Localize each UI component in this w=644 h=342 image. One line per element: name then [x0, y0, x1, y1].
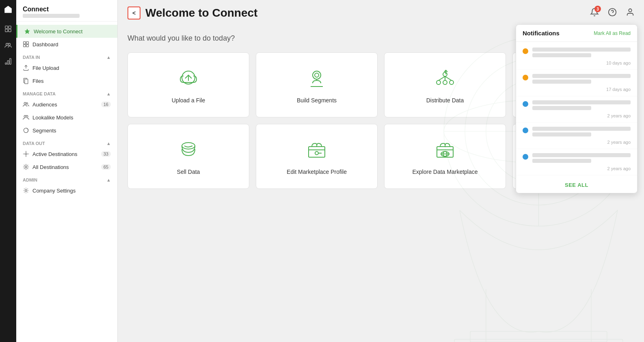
- icon-nav: [0, 0, 16, 342]
- distribute-icon: [433, 66, 457, 92]
- notification-item-5[interactable]: 2 years ago: [516, 149, 637, 175]
- sidebar-item-dashboard[interactable]: Dashboard: [16, 38, 117, 51]
- card-distribute-data[interactable]: Distribute Data: [384, 52, 506, 117]
- card-upload-file-label: Upload a File: [172, 97, 205, 104]
- notif-dot-blue-5: [523, 154, 528, 160]
- sidebar-item-welcome[interactable]: Welcome to Connect: [16, 25, 117, 38]
- notification-item-2[interactable]: 17 days ago: [516, 70, 637, 96]
- card-edit-marketplace[interactable]: Edit Marketplace Profile: [256, 124, 378, 189]
- sidebar-item-segments[interactable]: Segments: [16, 124, 117, 137]
- notif-text-line-5b: [532, 159, 591, 163]
- notif-text-line-3: [532, 100, 631, 104]
- svg-point-41: [443, 80, 447, 84]
- section-admin: Admin ▲: [16, 173, 117, 184]
- audiences-badge: 16: [101, 102, 111, 107]
- notification-item-4[interactable]: 2 years ago: [516, 123, 637, 149]
- notif-time-2: 17 days ago: [523, 87, 631, 92]
- card-sell-data[interactable]: Sell Data: [128, 124, 249, 189]
- svg-point-20: [26, 115, 28, 117]
- notif-content-1: [523, 48, 631, 59]
- sidebar-subtitle: [23, 14, 80, 18]
- section-manage-arrow-icon: ▲: [106, 91, 111, 96]
- nav-audiences-icon[interactable]: [2, 39, 15, 52]
- sidebar-item-files[interactable]: Files: [16, 74, 117, 87]
- sidebar-all-dest-label: All Destinations: [32, 164, 69, 170]
- marketplace-explore-icon: [433, 138, 457, 164]
- back-button[interactable]: <: [128, 6, 140, 19]
- svg-point-62: [629, 9, 631, 12]
- sidebar-lookalike-label: Lookalike Models: [32, 115, 73, 121]
- notif-text-line-3b: [532, 106, 591, 110]
- upload-icon: [23, 65, 29, 71]
- settings-icon: [23, 187, 29, 194]
- notif-content-5: [523, 153, 631, 165]
- svg-rect-16: [25, 79, 28, 84]
- notif-text-line-2: [532, 74, 631, 78]
- see-all-button[interactable]: SEE ALL: [516, 177, 637, 193]
- notif-time-3: 2 years ago: [523, 113, 631, 118]
- notif-text-3: [532, 100, 631, 112]
- app-logo-icon: [4, 5, 13, 16]
- nav-dashboard-icon[interactable]: [2, 22, 15, 35]
- lookalike-icon: [23, 114, 29, 121]
- mark-all-read-button[interactable]: Mark All as Read: [594, 30, 631, 36]
- card-explore-marketplace[interactable]: Explore Data Marketplace: [384, 124, 506, 189]
- svg-marker-10: [25, 29, 30, 34]
- card-build-segments[interactable]: Build Segments: [256, 52, 378, 117]
- nav-models-icon[interactable]: [2, 55, 15, 68]
- svg-point-39: [443, 72, 447, 76]
- notification-item-3[interactable]: 2 years ago: [516, 96, 637, 123]
- svg-point-5: [6, 43, 8, 45]
- notifications-panel: Notifications Mark All as Read 10 days a…: [516, 24, 638, 193]
- svg-rect-4: [9, 29, 11, 32]
- svg-rect-2: [9, 26, 11, 28]
- card-edit-marketplace-label: Edit Marketplace Profile: [287, 169, 347, 175]
- sidebar-item-active-destinations[interactable]: Active Destinations 33: [16, 147, 117, 160]
- section-manage-data: Manage Data ▲: [16, 87, 117, 98]
- sidebar-app-title: Connect: [23, 6, 111, 13]
- card-distribute-data-label: Distribute Data: [426, 97, 464, 104]
- notif-dot-yellow-2: [523, 75, 528, 80]
- sidebar-audiences-label: Audiences: [32, 102, 57, 108]
- notification-button[interactable]: 3: [587, 5, 602, 19]
- notif-time-4: 2 years ago: [523, 140, 631, 145]
- help-button[interactable]: [605, 5, 620, 19]
- sidebar-header: Connect: [16, 0, 117, 22]
- sidebar-welcome-label: Welcome to Connect: [34, 28, 82, 35]
- all-dest-badge: 65: [101, 164, 111, 170]
- notifications-list: 10 days ago 17 days ago 2 years ago: [516, 42, 637, 177]
- notif-text-line-4: [532, 127, 631, 131]
- notif-text-line-1: [532, 48, 631, 52]
- user-profile-button[interactable]: [623, 5, 638, 19]
- notifications-header: Notifications Mark All as Read: [516, 25, 637, 42]
- notif-content-2: [523, 74, 631, 85]
- notification-item-1[interactable]: 10 days ago: [516, 43, 637, 70]
- svg-rect-3: [5, 29, 8, 32]
- notif-text-5: [532, 153, 631, 165]
- card-explore-marketplace-label: Explore Data Marketplace: [412, 169, 478, 175]
- svg-point-45: [182, 143, 195, 149]
- sidebar-item-lookalike[interactable]: Lookalike Models: [16, 111, 117, 124]
- svg-rect-14: [26, 45, 29, 47]
- notif-time-1: 10 days ago: [523, 61, 631, 65]
- topbar-actions: 3: [587, 5, 638, 19]
- active-dest-icon: [23, 151, 29, 157]
- notif-text-4: [532, 127, 631, 138]
- sidebar-item-company-settings[interactable]: Company Settings: [16, 184, 117, 197]
- svg-point-17: [24, 102, 26, 104]
- segments-build-icon: [305, 66, 329, 92]
- svg-rect-7: [5, 63, 7, 65]
- sidebar-item-audiences[interactable]: Audiences 16: [16, 98, 117, 111]
- card-upload-file[interactable]: Upload a File: [128, 52, 249, 117]
- sidebar-company-settings-label: Company Settings: [32, 188, 76, 194]
- sidebar-item-file-upload[interactable]: File Upload: [16, 61, 117, 74]
- audiences-sidebar-icon: [23, 101, 29, 108]
- notifications-title: Notifications: [523, 30, 560, 37]
- sidebar-files-label: Files: [32, 78, 43, 84]
- svg-point-37: [315, 73, 319, 77]
- sidebar-item-all-destinations[interactable]: All Destinations 65: [16, 160, 117, 173]
- section-admin-arrow-icon: ▲: [106, 177, 111, 182]
- notif-text-1: [532, 48, 631, 59]
- marketplace-edit-icon: [305, 138, 329, 164]
- svg-point-6: [8, 43, 10, 45]
